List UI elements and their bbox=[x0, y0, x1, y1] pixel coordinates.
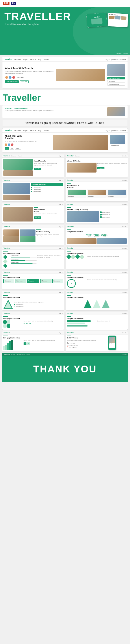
slide-row-9: Traveller Sign In Infographic Section bbox=[2, 332, 128, 351]
nav-logo: Traveller bbox=[4, 58, 12, 60]
facilities-nav: Traveller Sign In bbox=[2, 179, 64, 182]
client-count: 150+ Clients bbox=[16, 77, 24, 78]
meet-content: Meet TravellerGuide Lorem ipsum dolor si… bbox=[2, 206, 64, 222]
info3-bar-label1: Lorem ipsum bbox=[11, 255, 37, 256]
slide-row-6: Traveller Sign In Infographic Section 01… bbox=[2, 271, 128, 289]
service-item-1: Lorem ipsum bbox=[100, 211, 127, 213]
snav-right-4: Sign In bbox=[122, 180, 127, 181]
info11-num2: B bbox=[27, 342, 30, 345]
demo2-btn3[interactable]: Support bbox=[15, 147, 21, 150]
btn-tourguide[interactable]: Tour Guide bbox=[107, 80, 125, 82]
demo2-btn1[interactable]: Menu bbox=[5, 147, 9, 150]
snav-logo-18: Traveller bbox=[67, 332, 74, 334]
meet-btn[interactable]: Read More bbox=[34, 216, 41, 219]
info7-item-label1: Lorem ipsum sit bbox=[16, 304, 23, 305]
about-body: Lorem ipsum dolor sit amet, consectetur … bbox=[34, 162, 63, 166]
info9-gear3 bbox=[3, 324, 6, 328]
portfolio-body: Lorem ipsum dolor sit amet consectetur a… bbox=[36, 234, 63, 237]
demo2-content: About Tour WithTraveller Lorem ipsum dol… bbox=[2, 132, 128, 152]
info6-main: 5 Lorem ipsum dolor sit amet consectetur… bbox=[67, 279, 127, 288]
slide-meet: Traveller Sign In Meet TravellerGuide Lo… bbox=[2, 203, 64, 224]
demo-left: About Tour With Traveller Lorem ipsum do… bbox=[5, 67, 54, 83]
info11-body: Lorem ipsum dolor sit amet consectetur a… bbox=[23, 340, 63, 342]
info6-cycle: 5 bbox=[67, 279, 87, 288]
arrow-2: 02 Lorem ipsum bbox=[15, 279, 26, 283]
info7-text-area: Lorem ipsum dolor sit amet consectetur a… bbox=[14, 301, 63, 307]
info3-bar-label2: Lorem ipsum bbox=[11, 258, 37, 260]
avatar-2 bbox=[8, 76, 12, 79]
demo2-btn2[interactable]: Blog bbox=[10, 147, 14, 150]
portfolio-grid bbox=[3, 230, 35, 242]
infostats-imgs bbox=[67, 238, 127, 244]
about-title: About Traveller bbox=[34, 160, 63, 162]
vision-img bbox=[67, 162, 97, 172]
slide-row-4: Traveller Sign In Portfolio Gallery Lore… bbox=[2, 225, 128, 245]
snav-item-2: Project bbox=[18, 155, 22, 157]
snav-right-2: Sign In bbox=[122, 155, 127, 157]
snav-logo-4: Traveller bbox=[67, 179, 74, 181]
info11-shapes bbox=[3, 340, 23, 350]
info3-text: Lorem ipsum dolor sit amet consectetur a… bbox=[37, 255, 63, 268]
slides-grid: Traveller Discover Project Sign In About… bbox=[0, 154, 130, 351]
info10-ribbon2 bbox=[67, 322, 85, 324]
info10-text: Lorem ipsum dolor sit bbox=[97, 320, 127, 326]
snav-logo-14: Traveller bbox=[67, 292, 74, 293]
info3-fill3 bbox=[11, 264, 33, 264]
info3-main: Lorem ipsum Lorem ipsum Lorem ipsum bbox=[3, 255, 63, 268]
thank-you-slide: Traveller Project · Service · Blog · Con… bbox=[2, 353, 128, 382]
arrow-text-3: Lorem ipsum bbox=[28, 281, 38, 282]
nav-right-2[interactable]: Sign In | Have An Account bbox=[106, 130, 126, 132]
facilities-list: Lorem ipsum Lorem ipsum Lorem ipsum bbox=[31, 187, 63, 192]
info4-bar bbox=[67, 251, 71, 252]
btn-order[interactable]: Order Food & Drink bbox=[107, 77, 125, 80]
service-dot-1 bbox=[100, 211, 102, 213]
snav-logo-12: Traveller bbox=[67, 271, 74, 273]
tour-card-img2 bbox=[88, 190, 106, 195]
slide-infographic-stats: Traveller Sign In Infographic Section T5… bbox=[66, 225, 128, 245]
info9-content: Infographic Section bbox=[2, 315, 64, 329]
snav-logo-8: Traveller bbox=[67, 226, 74, 228]
info11-title: Infographic Section bbox=[3, 337, 63, 339]
snav-right-10: Sign In bbox=[122, 248, 127, 249]
info9-nav: Traveller Sign In bbox=[2, 312, 64, 315]
contact-details: 📞 +1 234 567 ✉ info@email.com 📍 Lorem ip… bbox=[67, 342, 97, 348]
thank-you-text: THANK YOU bbox=[6, 364, 124, 374]
nav-signin[interactable]: Sign In | Have An Account bbox=[106, 58, 126, 60]
stat-val-1: T500K bbox=[86, 234, 92, 236]
contact-content: Get In Touch Lorem ipsum dolor sit amet … bbox=[66, 334, 128, 351]
vision-btn[interactable]: Read More bbox=[97, 167, 105, 169]
tour-title: Tour Project InTraveller bbox=[67, 184, 127, 188]
phone-screen-content: Traveller bbox=[109, 343, 115, 345]
snav-right-8: Sign In bbox=[122, 226, 127, 228]
info7-item-label2: Lorem ipsum sit bbox=[16, 306, 23, 307]
phone-mockup: Traveller bbox=[108, 336, 116, 350]
arrow-3: 03 Lorem ipsum bbox=[27, 279, 39, 283]
info3-diamond2 bbox=[3, 259, 7, 264]
snav-right-3: Sign In bbox=[59, 180, 63, 181]
btn-food[interactable]: Order Food & Drink bbox=[5, 80, 19, 83]
facility-icon-2 bbox=[31, 189, 32, 190]
hero-preview-1: Traveller bbox=[86, 12, 107, 28]
meet-person-img bbox=[3, 207, 33, 222]
snav-right-12: Sign In bbox=[122, 272, 127, 273]
info7-main: Lorem ipsum dolor sit amet consectetur a… bbox=[3, 299, 63, 309]
contact-phone: 📞 +1 234 567 bbox=[67, 342, 97, 344]
btn-experience[interactable]: Travel Experience bbox=[107, 83, 125, 86]
service-content: Service During Traveling Lorem ipsum bbox=[66, 206, 128, 224]
vision-title: Vision & Mission bbox=[67, 160, 127, 162]
service-item-2: Lorem ipsum bbox=[100, 214, 127, 216]
btn-guide[interactable]: Tour Guide bbox=[20, 80, 29, 83]
tour-bar bbox=[67, 183, 71, 184]
service-dot-2 bbox=[100, 214, 102, 216]
portfolio-title: Portfolio Gallery bbox=[36, 231, 63, 233]
slide-info-10: Traveller Sign In Infographic Section Lo… bbox=[66, 312, 128, 330]
stat-val-3: W100K bbox=[101, 234, 108, 236]
about-btn[interactable]: Read More bbox=[34, 168, 41, 170]
info8-content: Infographic Section bbox=[66, 294, 128, 309]
demo-extra-buttons: Order Food & Drink Tour Guide Travel Exp… bbox=[107, 77, 125, 86]
demo2-far-right: Travel Experience bbox=[110, 135, 125, 150]
nav-contact: Contact bbox=[43, 58, 49, 60]
about-img bbox=[3, 159, 33, 170]
vision-content: Vision & Mission Lorem ipsum dolor sit a… bbox=[66, 158, 128, 174]
info8-title: Infographic Section bbox=[67, 296, 127, 298]
